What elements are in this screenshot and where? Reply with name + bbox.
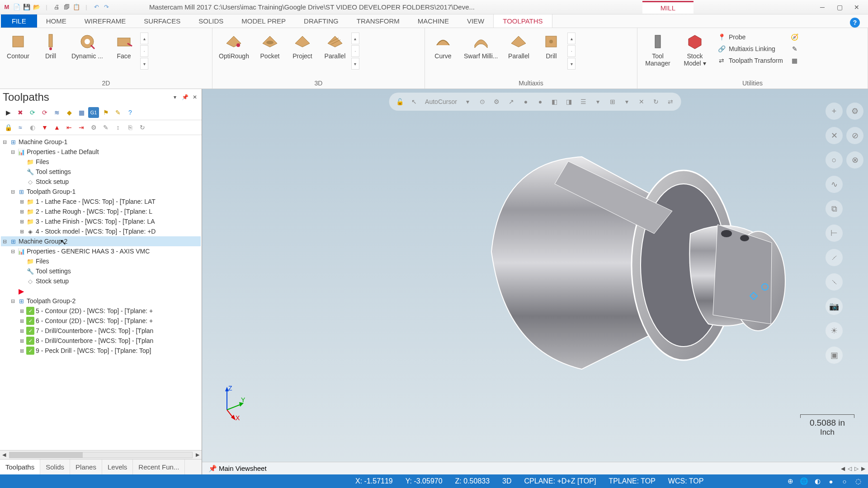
tree-files[interactable]: 📁Files (1, 157, 201, 167)
tab-transform[interactable]: TRANSFORM (348, 14, 409, 28)
hidden-icon[interactable]: ◌ (854, 477, 863, 486)
tree-stock-setup-2[interactable]: ◇Stock setup (1, 276, 201, 286)
tab-toolpaths[interactable]: TOOLPATHS (493, 14, 552, 28)
tree-insert-arrow[interactable]: ▶ (1, 286, 201, 296)
up-icon[interactable]: ▲ (52, 122, 62, 133)
tree-op-6[interactable]: ⊞✓6 - Contour (2D) - [WCS: Top] - [Tplan… (1, 316, 201, 326)
help-icon[interactable]: ? (125, 107, 136, 118)
tree-op-1[interactable]: ⊞📁1 - Lathe Face - [WCS: Top] - [Tplane:… (1, 197, 201, 206)
save-icon[interactable]: 💾 (23, 3, 31, 11)
tab-surfaces[interactable]: SURFACES (135, 14, 189, 28)
options-icon[interactable]: ⚙ (88, 122, 99, 133)
tab-recent[interactable]: Recent Fun... (133, 460, 185, 474)
group-more-mid[interactable]: · (567, 45, 576, 57)
down-icon[interactable]: ▼ (39, 122, 50, 133)
tree-stock-setup[interactable]: ◇Stock setup (1, 177, 201, 187)
group-more-down[interactable]: ▾ (351, 58, 359, 70)
panel-dropdown-icon[interactable]: ▾ (171, 93, 179, 101)
ghost-icon[interactable]: ◐ (27, 122, 38, 133)
regen-dirty-icon[interactable]: ⟳ (39, 107, 50, 118)
expander-icon[interactable]: ⊞ (20, 209, 26, 215)
tree-properties-2[interactable]: ⊟📊Properties - GENERIC HAAS 3 - AXIS VMC (1, 246, 201, 256)
swarf-button[interactable]: Swarf Milli... (459, 30, 502, 61)
copy-icon[interactable]: ⎘ (125, 122, 136, 133)
tree-machine-group-1[interactable]: ⊟⊞Machine Group-1 (1, 137, 201, 147)
highspeed-icon[interactable]: ✎ (113, 107, 123, 118)
select-all-icon[interactable]: ▶ (3, 107, 14, 118)
regen-sel-icon[interactable]: ⟳ (27, 107, 38, 118)
contour-button[interactable]: Contour (2, 30, 34, 61)
group-more-mid[interactable]: · (351, 45, 359, 57)
expander-icon[interactable]: ⊞ (20, 348, 26, 354)
group-more-down[interactable]: ▾ (567, 58, 576, 70)
expander-icon[interactable]: ⊟ (11, 298, 17, 304)
optirough-button[interactable]: OptiRough (214, 30, 254, 61)
expander-icon[interactable]: ⊞ (20, 308, 26, 314)
globe-icon[interactable]: 🌐 (799, 477, 808, 486)
drill-button[interactable]: Drill (34, 30, 67, 61)
operation-tree[interactable]: ⊟⊞Machine Group-1 ⊟📊Properties - Lathe D… (0, 135, 202, 450)
util-extra-3[interactable]: ▦ (788, 55, 801, 66)
tree-op-9[interactable]: ⊞✓9 - Peck Drill - [WCS: Top] - [Tplane:… (1, 346, 201, 356)
expander-icon[interactable]: ⊞ (20, 199, 26, 205)
lock-icon[interactable]: 🔒 (3, 122, 14, 133)
tree-machine-group-2[interactable]: ⊟⊞Machine Group-2↖ (1, 236, 201, 246)
tree-op-2[interactable]: ⊞📁2 - Lathe Rough - [WCS: Top] - [Tplane… (1, 206, 201, 216)
tree-op-8[interactable]: ⊞✓8 - Drill/Counterbore - [WCS: Top] - [… (1, 336, 201, 346)
tab-wireframe[interactable]: WIREFRAME (75, 14, 135, 28)
nav-last-icon[interactable]: ▶ (861, 465, 865, 472)
expand-icon[interactable]: ⇥ (76, 122, 87, 133)
tab-solids[interactable]: Solids (40, 460, 70, 474)
tree-op-7[interactable]: ⊞✓7 - Drill/Counterbore - [WCS: Top] - [… (1, 326, 201, 336)
curve-button[interactable]: Curve (427, 30, 459, 61)
verify-icon[interactable]: ◆ (64, 107, 75, 118)
help-icon[interactable]: ? (850, 18, 860, 28)
panel-pin-icon[interactable]: 📌 (181, 93, 189, 101)
solid-icon[interactable]: ● (826, 477, 835, 486)
edit-op-icon[interactable]: ✎ (100, 122, 111, 133)
redo-icon[interactable]: ↷ (102, 3, 110, 11)
panel-close-icon[interactable]: ✕ (191, 93, 199, 101)
post-icon[interactable]: G1 (88, 107, 99, 118)
tab-model-prep[interactable]: MODEL PREP (232, 14, 295, 28)
tab-toolpaths[interactable]: Toolpaths (0, 460, 40, 474)
multiaxis-link-button[interactable]: 🔗Multiaxis Linking (715, 43, 785, 54)
project-button[interactable]: Project (286, 30, 319, 61)
tab-machine[interactable]: MACHINE (409, 14, 458, 28)
util-extra-2[interactable]: ✎ (788, 43, 801, 54)
expander-icon[interactable]: ⊞ (20, 338, 26, 344)
collapse-icon[interactable]: ⇤ (64, 122, 75, 133)
tree-toolpath-group-1[interactable]: ⊟⊞Toolpath Group-1 (1, 187, 201, 197)
scroll-left-icon[interactable]: ◀ (0, 451, 8, 459)
util-extra-1[interactable]: 🧭 (788, 32, 801, 42)
display-icon[interactable]: ≈ (15, 122, 26, 133)
close-button[interactable]: ✕ (850, 3, 863, 12)
print2-icon[interactable]: 🗐 (62, 3, 71, 11)
expander-icon[interactable]: ⊟ (11, 249, 17, 254)
tree-files-2[interactable]: 📁Files (1, 256, 201, 266)
tab-drafting[interactable]: DRAFTING (295, 14, 348, 28)
expander-icon[interactable]: ⊟ (3, 139, 9, 145)
backplot-icon[interactable]: ≋ (52, 107, 62, 118)
tree-tool-settings-2[interactable]: 🔧Tool settings (1, 266, 201, 276)
panel-hscroll[interactable]: ◀ ▶ (0, 450, 202, 459)
tool-manager-button[interactable]: Tool Manager (639, 30, 676, 69)
print-icon[interactable]: 🖨 (52, 3, 61, 11)
tree-op-3[interactable]: ⊞📁3 - Lathe Finish - [WCS: Top] - [Tplan… (1, 216, 201, 226)
model-area[interactable]: Z Y X 0.5088 in Inch (202, 89, 868, 462)
expander-icon[interactable]: ⊞ (20, 229, 26, 235)
clipboard-icon[interactable]: 📋 (72, 3, 80, 11)
tab-solids[interactable]: SOLIDS (189, 14, 232, 28)
pocket-button[interactable]: Pocket (254, 30, 286, 61)
expander-icon[interactable]: ⊟ (11, 189, 17, 195)
tab-view[interactable]: VIEW (458, 14, 493, 28)
viewsheet-tab-main[interactable]: 📌Main Viewsheet (205, 464, 270, 474)
cycle-icon[interactable]: ↻ (137, 122, 148, 133)
context-tab-mill[interactable]: MILL (642, 1, 693, 14)
status-tplane[interactable]: TPLANE: TOP (602, 477, 661, 485)
viewport[interactable]: 🔓 ↖ AutoCursor ▾ ⊙ ⚙ ↗ ● ● ◧ ◨ ☰ ▾ ⊞ ▾ ✕… (202, 89, 868, 474)
group-more-up[interactable]: ▴ (351, 33, 359, 44)
deselect-icon[interactable]: ✖ (15, 107, 26, 118)
tree-op-4[interactable]: ⊞◈4 - Stock model - [WCS: Top] - [Tplane… (1, 226, 201, 236)
minimize-button[interactable]: ─ (816, 3, 829, 12)
